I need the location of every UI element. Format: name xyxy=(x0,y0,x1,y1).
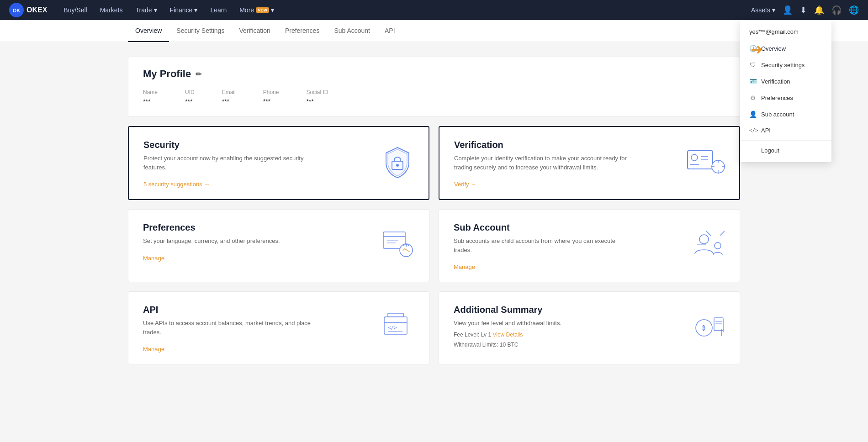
nav-markets[interactable]: Markets xyxy=(95,4,128,16)
subnav-api[interactable]: API xyxy=(377,20,402,42)
edit-profile-icon[interactable]: ✏ xyxy=(196,70,201,79)
preferences-card-link[interactable]: Manage xyxy=(143,255,164,262)
preferences-icon xyxy=(380,226,416,265)
verification-card-title: Verification xyxy=(454,140,725,150)
dropdown-item-preferences[interactable]: ⚙ Preferences xyxy=(740,89,831,106)
additional-summary-title: Additional Summary xyxy=(454,305,725,315)
preferences-card-title: Preferences xyxy=(143,222,414,233)
subaccount-card-title: Sub Account xyxy=(454,222,725,233)
shield-small-icon: 🛡 xyxy=(749,61,757,68)
preferences-card-desc: Set your language, currency, and other p… xyxy=(143,237,317,246)
profile-phone-field: Phone *** xyxy=(263,89,279,105)
svg-point-20 xyxy=(699,235,709,244)
subaccount-card-desc: Sub accounts are child accounts from whe… xyxy=(454,237,627,254)
nav-links: Buy/Sell Markets Trade ▾ Finance ▾ Learn… xyxy=(58,4,751,16)
security-card: Security Protect your account now by ena… xyxy=(128,126,429,200)
dropdown-item-subaccount[interactable]: 👤 Sub account xyxy=(740,106,831,122)
assets-button[interactable]: Assets ▾ xyxy=(751,6,775,14)
svg-text:</>: </> xyxy=(388,325,397,331)
nav-buysell[interactable]: Buy/Sell xyxy=(58,4,92,16)
api-card: API Use APIs to access account balances,… xyxy=(128,291,429,364)
profile-uid-field: UID *** xyxy=(185,89,195,105)
cards-grid: Security Protect your account now by ena… xyxy=(128,126,740,364)
preferences-card: Preferences Set your language, currency,… xyxy=(128,209,429,282)
verification-card-link[interactable]: Verify → xyxy=(454,181,476,188)
additional-summary-icon: ₿ xyxy=(690,309,727,347)
logo[interactable]: OK OKEX xyxy=(9,3,47,17)
new-badge: NEW xyxy=(256,7,269,13)
main-content: My Profile ✏ Name *** UID *** Email *** … xyxy=(0,42,868,442)
fee-level-info: Fee Level: Lv 1 View Details xyxy=(454,332,725,338)
view-details-link[interactable]: View Details xyxy=(492,332,523,338)
security-card-desc: Protect your account now by enabling the… xyxy=(143,154,317,172)
globe-icon[interactable]: 🌐 xyxy=(849,5,859,15)
profile-email-field: Email *** xyxy=(222,89,236,105)
subnav-verification[interactable]: Verification xyxy=(232,20,277,42)
nav-finance[interactable]: Finance ▾ xyxy=(164,4,203,16)
verification-icon xyxy=(685,144,726,182)
sub-navigation: Overview Security Settings Verification … xyxy=(0,20,868,42)
security-icon xyxy=(379,144,416,182)
download-icon[interactable]: ⬇ xyxy=(800,5,807,15)
dropdown-item-security[interactable]: 🛡 Security settings xyxy=(740,57,831,73)
subnav-subaccount[interactable]: Sub Account xyxy=(327,20,377,42)
api-card-link[interactable]: Manage xyxy=(143,346,164,353)
person-icon: 👤 xyxy=(749,110,757,118)
svg-rect-24 xyxy=(388,313,403,317)
svg-point-3 xyxy=(396,164,399,167)
verification-card: Verification Complete your identity veri… xyxy=(439,126,740,200)
additional-summary-desc: View your fee level and withdrawal limit… xyxy=(454,319,627,328)
code-icon: </> xyxy=(749,127,757,133)
bell-icon[interactable]: 🔔 xyxy=(814,5,824,15)
svg-point-5 xyxy=(691,154,698,161)
profile-fields: Name *** UID *** Email *** Phone *** Soc… xyxy=(143,89,725,105)
user-icon[interactable]: 👤 xyxy=(783,5,793,15)
dropdown-item-verification[interactable]: 🪪 Verification xyxy=(740,73,831,89)
subaccount-card: Sub Account Sub accounts are child accou… xyxy=(439,209,740,282)
top-navigation: OK OKEX Buy/Sell Markets Trade ▾ Finance… xyxy=(0,0,868,20)
withdrawal-info: Withdrawal Limits: 10 BTC xyxy=(454,342,725,348)
profile-title: My Profile ✏ xyxy=(143,68,725,80)
api-card-title: API xyxy=(143,305,414,315)
svg-rect-4 xyxy=(688,151,713,169)
subaccount-icon xyxy=(690,226,727,265)
dropdown-email: yes***@gmail.com xyxy=(740,24,831,40)
security-card-title: Security xyxy=(143,140,414,150)
profile-name-field: Name *** xyxy=(143,89,158,105)
logo-text: OKEX xyxy=(26,6,47,14)
api-card-desc: Use APIs to access account balances, mar… xyxy=(143,319,317,337)
additional-summary-card: Additional Summary View your fee level a… xyxy=(439,291,740,364)
profile-section: My Profile ✏ Name *** UID *** Email *** … xyxy=(128,57,740,117)
verification-card-desc: Complete your identity verification to m… xyxy=(454,154,628,172)
svg-rect-30 xyxy=(714,318,723,331)
arrow-indicator: ➜ xyxy=(751,41,763,58)
svg-text:₿: ₿ xyxy=(702,325,705,332)
subaccount-card-link[interactable]: Manage xyxy=(454,263,475,270)
dropdown-item-api[interactable]: </> API xyxy=(740,122,831,138)
nav-more[interactable]: More NEW ▾ xyxy=(234,4,280,16)
headset-icon[interactable]: 🎧 xyxy=(831,5,842,15)
gear-icon: ⚙ xyxy=(749,94,757,101)
api-icon: </> xyxy=(380,309,416,347)
dropdown-divider xyxy=(740,140,831,141)
profile-socialid-field: Social ID *** xyxy=(306,89,328,105)
subnav-overview[interactable]: Overview xyxy=(128,20,169,42)
subnav-preferences[interactable]: Preferences xyxy=(278,20,327,42)
subnav-security[interactable]: Security Settings xyxy=(169,20,232,42)
top-right-actions: Assets ▾ 👤 ⬇ 🔔 🎧 🌐 xyxy=(751,5,859,15)
id-icon: 🪪 xyxy=(749,78,757,85)
nav-trade[interactable]: Trade ▾ xyxy=(130,4,163,16)
nav-learn[interactable]: Learn xyxy=(205,4,232,16)
svg-point-22 xyxy=(715,242,721,249)
security-card-link[interactable]: 5 security suggestions → xyxy=(143,181,210,188)
svg-text:OK: OK xyxy=(13,8,21,13)
dropdown-item-logout[interactable]: Logout xyxy=(740,142,831,158)
